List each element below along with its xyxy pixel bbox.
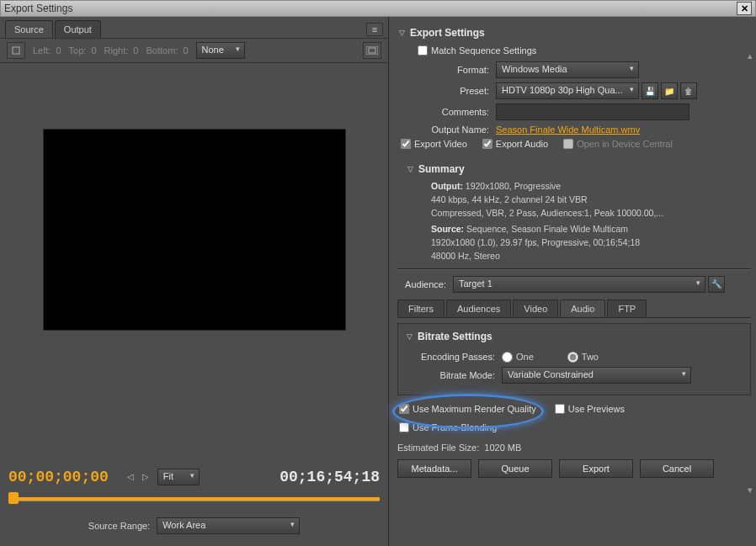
tab-ftp[interactable]: FTP: [607, 300, 647, 317]
preset-label: Preset:: [418, 86, 489, 96]
close-icon[interactable]: ✕: [737, 2, 752, 15]
source-range-label: Source Range:: [88, 521, 150, 531]
metadata-button[interactable]: Metadata...: [397, 459, 471, 478]
output-name-link[interactable]: Season Finale Wide Multicam.wmv: [496, 125, 640, 135]
video-preview[interactable]: [43, 129, 346, 331]
left-panel: Source Output ≡ Left:0 Top:0 Right:0 Bot…: [0, 17, 389, 546]
tab-audio[interactable]: Audio: [560, 300, 605, 317]
comments-label: Comments:: [418, 107, 489, 117]
export-audio-checkbox[interactable]: Export Audio: [482, 139, 548, 149]
match-sequence-checkbox[interactable]: Match Sequence Settings: [418, 45, 536, 56]
preview-area: [0, 63, 388, 464]
preset-select[interactable]: HDTV 1080p 30p High Qua...: [496, 82, 639, 99]
delete-preset-icon[interactable]: 🗑: [680, 82, 697, 99]
audience-tool-icon[interactable]: 🔧: [708, 276, 725, 293]
main-layout: Source Output ≡ Left:0 Top:0 Right:0 Bot…: [0, 17, 756, 546]
summary-header[interactable]: ▽ Summary: [397, 160, 751, 178]
crop-values: Left:0 Top:0 Right:0 Bottom:0: [30, 45, 191, 56]
window-title: Export Settings: [4, 3, 737, 14]
bitrate-settings-panel: ▽ Bitrate Settings Encoding Passes: One …: [397, 323, 751, 395]
playhead[interactable]: [8, 492, 19, 504]
passes-two-radio[interactable]: Two: [567, 352, 599, 363]
encoding-passes-label: Encoding Passes:: [407, 352, 495, 362]
estimated-size: Estimated File Size: 1020 MB: [397, 443, 751, 453]
import-preset-icon[interactable]: 📁: [661, 82, 678, 99]
audience-select[interactable]: Target 1: [453, 276, 705, 293]
tab-output[interactable]: Output: [55, 20, 101, 38]
summary-source: Source: Sequence, Season Finale Wide Mul…: [397, 221, 751, 264]
safe-margins-icon[interactable]: [363, 42, 381, 59]
save-preset-icon[interactable]: 💾: [642, 82, 658, 99]
step-fwd-icon[interactable]: ▷: [142, 472, 152, 482]
format-select[interactable]: Windows Media: [496, 61, 639, 78]
crop-tool-icon[interactable]: [7, 42, 25, 59]
open-device-central-checkbox: Open in Device Central: [563, 139, 673, 149]
tab-source[interactable]: Source: [5, 20, 53, 38]
panel-menu-icon[interactable]: ≡: [366, 23, 383, 36]
comments-input[interactable]: [496, 103, 689, 120]
crop-toolbar: Left:0 Top:0 Right:0 Bottom:0 None: [0, 39, 388, 63]
bitrate-mode-select[interactable]: Variable Constrained: [502, 367, 691, 384]
chevron-down-icon: ▽: [407, 332, 413, 341]
bitrate-mode-label: Bitrate Mode:: [407, 370, 495, 380]
crop-aspect-select[interactable]: None: [196, 42, 245, 59]
chevron-down-icon: ▽: [399, 29, 405, 37]
svg-rect-2: [369, 48, 375, 53]
use-previews-checkbox[interactable]: Use Previews: [555, 404, 625, 414]
export-video-checkbox[interactable]: Export Video: [401, 139, 467, 149]
timecode-duration: 00;16;54;18: [280, 469, 380, 485]
audience-label: Audience:: [397, 279, 446, 289]
timecode-current[interactable]: 00;00;00;00: [8, 469, 109, 485]
preview-tabs: Source Output ≡: [0, 17, 388, 39]
encode-tabs: Filters Audiences Video Audio FTP: [397, 296, 751, 318]
use-max-render-checkbox[interactable]: Use Maximum Render Quality: [399, 404, 536, 414]
tab-filters[interactable]: Filters: [397, 300, 445, 317]
svg-rect-0: [13, 47, 19, 54]
step-back-icon[interactable]: ◁: [127, 472, 137, 482]
right-panel: ▴▾ ▽ Export Settings Match Sequence Sett…: [389, 17, 756, 546]
titlebar: Export Settings ✕: [0, 0, 756, 17]
bitrate-settings-header[interactable]: ▽ Bitrate Settings: [407, 331, 742, 347]
summary-output: Output: 1920x1080, Progressive 440 kbps,…: [397, 178, 751, 221]
zoom-fit-select[interactable]: Fit: [157, 469, 200, 485]
timeline-section: 00;00;00;00 ◁ ▷ Fit 00;16;54;18 Source R…: [0, 464, 388, 546]
format-label: Format:: [418, 65, 489, 75]
use-frame-blending-checkbox[interactable]: Use Frame Blending: [399, 422, 497, 432]
export-button[interactable]: Export: [559, 459, 633, 478]
footer-buttons: Metadata... Queue Export Cancel: [397, 459, 751, 478]
tab-audiences[interactable]: Audiences: [446, 300, 511, 317]
cancel-button[interactable]: Cancel: [640, 459, 714, 478]
output-name-label: Output Name:: [418, 125, 489, 135]
source-range-select[interactable]: Work Area: [157, 517, 300, 534]
tab-video[interactable]: Video: [513, 300, 558, 317]
queue-button[interactable]: Queue: [478, 459, 552, 478]
chevron-down-icon: ▽: [407, 165, 413, 173]
passes-one-radio[interactable]: One: [502, 352, 534, 363]
export-settings-header[interactable]: ▽ Export Settings: [397, 24, 751, 42]
timeline-slider[interactable]: [8, 490, 380, 507]
